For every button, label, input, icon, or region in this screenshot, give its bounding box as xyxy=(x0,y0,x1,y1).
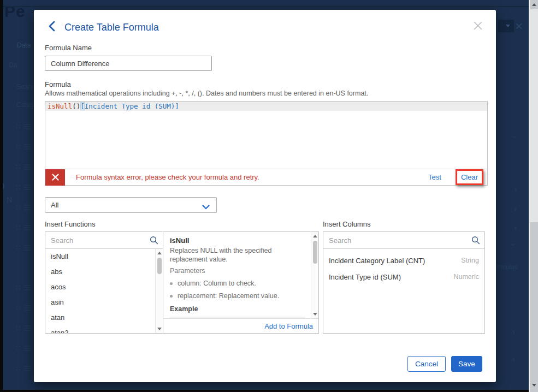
parameter-item: replacement: Replacement value. xyxy=(170,292,305,300)
column-name: Incident Type id (SUM) xyxy=(329,273,401,281)
bg-list-row xyxy=(15,224,31,231)
error-icon xyxy=(45,169,65,186)
bg-list-row xyxy=(15,204,31,211)
scroll-up-arrow-icon[interactable] xyxy=(530,0,538,9)
bg-chevron-right-icon: › xyxy=(514,223,517,232)
search-icon xyxy=(150,236,158,247)
function-item[interactable]: isNull xyxy=(45,249,155,264)
column-name: Incident Category Label (CNT) xyxy=(329,257,425,265)
add-to-formula-link[interactable]: Add to Formula xyxy=(264,322,313,330)
formula-code-area[interactable]: isNull()[Incident Type id (SUM)] xyxy=(45,102,487,169)
bg-list-row xyxy=(15,284,31,292)
bg-list-row xyxy=(15,143,31,151)
function-category-select[interactable]: All xyxy=(45,197,217,213)
scroll-down-arrow-icon[interactable] xyxy=(530,381,538,390)
code-parens-token: () xyxy=(72,102,80,110)
chevron-left-icon xyxy=(48,21,55,34)
function-item[interactable]: acos xyxy=(45,280,155,295)
bg-list-row xyxy=(15,163,31,171)
formula-code-line: isNull()[Incident Type id (SUM)] xyxy=(45,102,487,111)
insert-columns-label: Insert Columns xyxy=(323,220,370,228)
formula-status-bar: Formula syntax error, please check your … xyxy=(45,169,487,185)
function-item[interactable]: abs xyxy=(45,264,155,280)
function-name: isNull xyxy=(170,236,305,245)
screen-bottom-edge xyxy=(0,390,538,392)
bg-chevron-down-icon: › xyxy=(511,136,519,139)
back-button[interactable] xyxy=(45,21,58,34)
bg-list-row xyxy=(15,183,31,191)
insert-functions-label: Insert Functions xyxy=(45,220,96,228)
search-icon xyxy=(471,236,480,247)
code-function-token: isNull xyxy=(48,102,72,110)
app-logo: Pe xyxy=(4,2,26,21)
screen: Pe Data Da Search Categ N Formulas × › ›… xyxy=(0,0,538,392)
page-scrollbar-thumb[interactable] xyxy=(530,9,538,222)
function-item[interactable]: asin xyxy=(45,295,155,310)
bg-chevron-right-icon: › xyxy=(514,185,517,193)
functions-search-input[interactable] xyxy=(45,232,163,248)
functions-scrollbar[interactable] xyxy=(155,249,163,333)
bg-close-icon: × xyxy=(515,19,523,34)
cancel-button[interactable]: Cancel xyxy=(407,356,446,372)
bg-category-hint: Categ xyxy=(16,101,34,109)
bg-sidebar-item: Da xyxy=(9,61,17,69)
functions-list: isNull abs acos asin atan atan2 xyxy=(45,249,155,333)
bg-list-row xyxy=(15,324,31,332)
code-bracket-token: [ xyxy=(80,102,85,110)
function-detail-body: isNull Replaces NULL with the specified … xyxy=(163,232,311,318)
function-description: Replaces NULL with the specified replace… xyxy=(170,246,305,264)
formula-label: Formula xyxy=(45,80,71,88)
bg-tab-data: Data xyxy=(17,41,31,49)
bullet-dot-icon xyxy=(170,282,173,285)
functions-scrollbar-thumb[interactable] xyxy=(157,258,162,274)
column-type: Numeric xyxy=(453,273,479,281)
clear-link[interactable]: Clear xyxy=(461,173,478,181)
function-detail-panel: isNull Replaces NULL with the specified … xyxy=(163,231,319,334)
create-table-formula-dialog: Create Table Formula Formula Name Formul… xyxy=(34,10,496,382)
columns-search-row xyxy=(323,232,484,249)
scroll-down-arrow-icon[interactable] xyxy=(157,328,162,330)
column-item[interactable]: Incident Type id (SUM) Numeric xyxy=(323,269,484,285)
bg-list-row xyxy=(15,304,31,312)
error-message: Formula syntax error, please check your … xyxy=(76,173,259,181)
parameter-item: column: Column to check. xyxy=(170,280,305,287)
screen-left-edge xyxy=(0,0,3,392)
formula-editor: isNull()[Incident Type id (SUM)] Formula… xyxy=(45,101,488,186)
chevron-down-icon xyxy=(202,202,210,212)
function-item[interactable]: atan xyxy=(45,310,155,325)
close-button[interactable] xyxy=(471,20,485,34)
detail-scrollbar[interactable] xyxy=(311,232,318,318)
formula-hint: Allows mathematical operations including… xyxy=(45,90,368,97)
parameter-text: replacement: Replacement value. xyxy=(178,292,279,300)
detail-scrollbar-thumb[interactable] xyxy=(313,241,317,264)
bg-chevron-right-icon: › xyxy=(512,355,515,364)
save-button[interactable]: Save xyxy=(451,356,482,372)
bg-header-divider xyxy=(3,6,529,7)
bg-list-row xyxy=(15,123,31,130)
page-scrollbar[interactable] xyxy=(529,0,538,392)
scroll-up-arrow-icon[interactable] xyxy=(313,235,317,237)
code-column-token: Incident Type id (SUM)] xyxy=(85,102,179,110)
scroll-up-arrow-icon[interactable] xyxy=(157,252,162,254)
column-type: String xyxy=(461,257,479,264)
parameters-label: Parameters xyxy=(170,267,305,275)
insert-columns-panel: Incident Category Label (CNT) String Inc… xyxy=(323,231,485,334)
functions-search-row xyxy=(45,232,163,249)
bg-chevron-right-icon: › xyxy=(512,328,515,336)
parameter-text: column: Column to check. xyxy=(178,280,256,287)
dialog-title: Create Table Formula xyxy=(64,22,159,33)
column-item[interactable]: Incident Category Label (CNT) String xyxy=(323,252,484,269)
function-item[interactable]: atan2 xyxy=(45,325,155,333)
scroll-down-arrow-icon[interactable] xyxy=(313,313,317,316)
bg-chevron-right-icon: › xyxy=(514,204,517,213)
test-link[interactable]: Test xyxy=(428,173,441,181)
detail-footer: Add to Formula xyxy=(163,318,318,333)
bg-n-hint: N xyxy=(7,195,12,204)
selected-category: All xyxy=(51,201,58,209)
formula-name-label: Formula Name xyxy=(45,44,92,52)
formula-name-input[interactable] xyxy=(45,56,212,71)
bg-list-row xyxy=(15,365,31,372)
bg-list-row xyxy=(15,244,31,252)
bg-chevron-down-icon: › xyxy=(509,243,518,246)
columns-search-input[interactable] xyxy=(323,232,484,248)
